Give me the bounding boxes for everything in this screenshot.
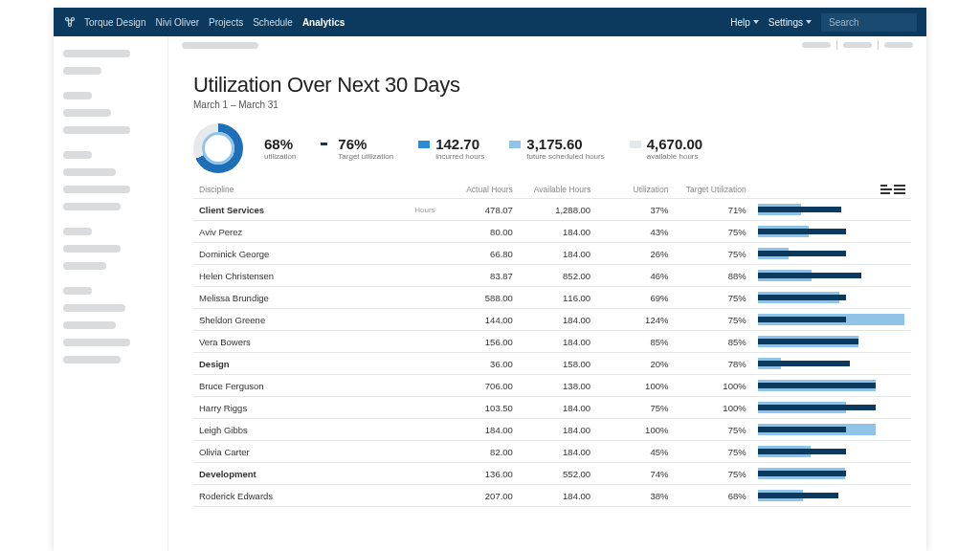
cell-target: 71% <box>674 199 751 221</box>
cell-name: Leigh Gibbs <box>193 419 393 441</box>
view-bars-icon[interactable] <box>880 185 892 194</box>
swatch-icon <box>418 141 430 148</box>
cell-target: 75% <box>674 309 751 331</box>
table-row[interactable]: Roderick Edwards207.00184.0038%68% <box>193 485 911 507</box>
cell-name: Helen Christensen <box>193 265 393 287</box>
col-header[interactable]: Target Utilization <box>674 181 751 199</box>
table-row[interactable]: Design36.00158.0020%78% <box>193 353 911 375</box>
nav-item-torque-design[interactable]: Torque Design <box>84 17 145 28</box>
cell-target: 85% <box>674 331 751 353</box>
nav-item-analytics[interactable]: Analytics <box>302 17 345 28</box>
cell-available: 552.00 <box>519 463 596 485</box>
view-list-icon[interactable] <box>894 185 905 194</box>
search-input[interactable] <box>821 13 917 32</box>
kpi-label: available hours <box>647 152 702 161</box>
app-frame: Torque DesignNivi OliverProjectsSchedule… <box>54 8 926 551</box>
cell-bars <box>752 397 911 419</box>
swatch-icon <box>630 141 641 148</box>
col-header[interactable]: Actual Hours <box>441 181 519 199</box>
cell-name: Dominick George <box>193 243 393 265</box>
cell-available: 184.00 <box>519 221 596 243</box>
cell-bars <box>752 309 911 331</box>
cell-target: 75% <box>674 419 751 441</box>
cell-unit <box>393 353 440 375</box>
cell-actual: 36.00 <box>441 353 519 375</box>
cell-target: 68% <box>674 485 751 507</box>
cell-target: 75% <box>674 463 751 485</box>
table-row[interactable]: Aviv Perez80.00184.0043%75% <box>193 221 911 243</box>
utilization-table: DisciplineActual HoursAvailable HoursUti… <box>193 181 911 507</box>
kpi-value: 4,670.00 <box>647 137 702 151</box>
cell-available: 1,288.00 <box>519 199 596 221</box>
cell-available: 184.00 <box>519 243 596 265</box>
cell-target: 75% <box>674 287 751 309</box>
table-row[interactable]: Client ServicesHours478.071,288.0037%71% <box>193 199 911 221</box>
cell-name: Olivia Carter <box>193 441 393 463</box>
cell-available: 184.00 <box>519 485 596 507</box>
cell-utilization: 100% <box>596 375 674 397</box>
table-row[interactable]: Dominick George66.80184.0026%75% <box>193 243 911 265</box>
cell-target: 100% <box>674 375 751 397</box>
settings-label: Settings <box>768 17 803 28</box>
kpi-Target-utilization: 76%Target utilization <box>321 137 393 161</box>
cell-name: Harry Riggs <box>193 397 393 419</box>
swatch-icon <box>321 143 332 145</box>
kpi-label: utilization <box>264 152 296 161</box>
table-row[interactable]: Leigh Gibbs184.00184.00100%75% <box>193 419 911 441</box>
cell-unit <box>393 441 440 463</box>
date-range: March 1 – March 31 <box>193 99 911 110</box>
kpi-value: 68% <box>264 137 296 151</box>
table-row[interactable]: Bruce Ferguson706.00138.00100%100% <box>193 375 911 397</box>
cell-name: Design <box>193 353 393 375</box>
cell-unit <box>393 419 440 441</box>
breadcrumb-row <box>168 36 926 54</box>
table-row[interactable]: Melissa Brundige588.00116.0069%75% <box>193 287 911 309</box>
cell-available: 184.00 <box>519 309 596 331</box>
cell-target: 78% <box>674 353 751 375</box>
cell-bars <box>752 485 911 507</box>
cell-name: Client Services <box>193 199 393 221</box>
col-header[interactable] <box>752 181 911 199</box>
kpi-utilization: 68%utilization <box>264 137 296 161</box>
col-header[interactable]: Discipline <box>193 181 393 199</box>
cell-actual: 82.00 <box>441 441 519 463</box>
cell-actual: 80.00 <box>441 221 519 243</box>
nav-item-nivi-oliver[interactable]: Nivi Oliver <box>155 17 199 28</box>
table-row[interactable]: Development136.00552.0074%75% <box>193 463 911 485</box>
cell-available: 184.00 <box>519 419 596 441</box>
cell-available: 852.00 <box>519 265 596 287</box>
cell-utilization: 69% <box>596 287 674 309</box>
col-header[interactable]: Utilization <box>596 181 674 199</box>
cell-utilization: 43% <box>596 221 674 243</box>
table-row[interactable]: Helen Christensen83.87852.0046%88% <box>193 265 911 287</box>
help-menu[interactable]: Help <box>730 17 759 28</box>
cell-available: 116.00 <box>519 287 596 309</box>
app-logo-icon[interactable] <box>63 15 77 29</box>
cell-actual: 103.50 <box>441 397 519 419</box>
cell-utilization: 38% <box>596 485 674 507</box>
report-panel: Utilization Over Next 30 Days March 1 – … <box>178 59 926 551</box>
cell-bars <box>752 199 911 221</box>
table-row[interactable]: Harry Riggs103.50184.0075%100% <box>193 397 911 419</box>
table-row[interactable]: Vera Bowers156.00184.0085%85% <box>193 331 911 353</box>
cell-name: Aviv Perez <box>193 221 393 243</box>
col-header[interactable] <box>393 181 440 199</box>
cell-utilization: 74% <box>596 463 674 485</box>
nav-item-projects[interactable]: Projects <box>209 17 243 28</box>
cell-name: Bruce Ferguson <box>193 375 393 397</box>
table-row[interactable]: Olivia Carter82.00184.0045%75% <box>193 441 911 463</box>
kpi-incurred-hours: 142.70incurred hours <box>418 137 484 161</box>
cell-unit: Hours <box>393 199 440 221</box>
cell-utilization: 45% <box>596 441 674 463</box>
swatch-icon <box>509 141 521 148</box>
primary-nav: Torque DesignNivi OliverProjectsSchedule… <box>84 17 345 28</box>
nav-item-schedule[interactable]: Schedule <box>253 17 293 28</box>
settings-menu[interactable]: Settings <box>768 17 812 28</box>
col-header[interactable]: Available Hours <box>519 181 596 199</box>
kpi-value: 76% <box>338 137 393 151</box>
cell-target: 75% <box>674 243 751 265</box>
table-row[interactable]: Sheldon Greene144.00184.00124%75% <box>193 309 911 331</box>
chevron-down-icon <box>753 20 759 24</box>
cell-bars <box>752 463 911 485</box>
cell-target: 75% <box>674 221 751 243</box>
